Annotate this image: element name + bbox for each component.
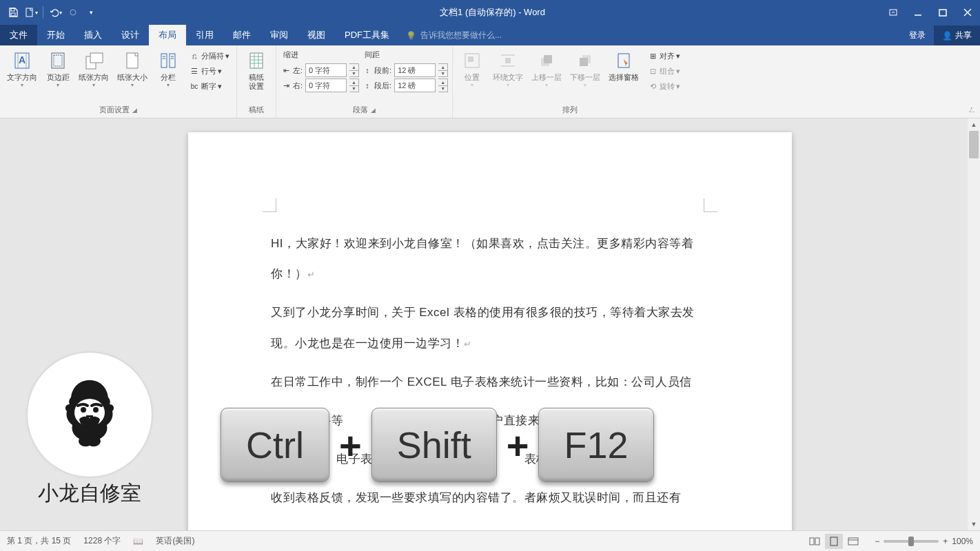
- tab-pdf[interactable]: PDF工具集: [335, 25, 399, 45]
- forward-icon: [535, 50, 558, 72]
- scroll-thumb[interactable]: [969, 131, 979, 158]
- spin-up[interactable]: ▲: [438, 64, 447, 71]
- wrap-text-button[interactable]: 环绕文字▾: [490, 48, 526, 90]
- svg-rect-14: [90, 53, 103, 63]
- scroll-track[interactable]: [968, 131, 980, 518]
- group-arrange: 位置▾ 环绕文字▾ 上移一层▾ 下移一层▾ 选择窗格 ⊞对齐 ▾ ⊡组合 ▾: [453, 45, 687, 118]
- login-button[interactable]: 登录: [901, 25, 934, 45]
- svg-rect-25: [505, 58, 511, 63]
- svg-rect-39: [830, 537, 837, 545]
- tab-review[interactable]: 审阅: [261, 25, 298, 45]
- zoom-level[interactable]: 100%: [952, 537, 973, 546]
- spacing-after-field[interactable]: ↕段后: 12 磅 ▲▼: [362, 78, 448, 93]
- word-count[interactable]: 1228 个字: [83, 535, 121, 547]
- tab-file[interactable]: 文件: [0, 25, 37, 45]
- undo-icon[interactable]: ▾: [48, 5, 63, 20]
- ribbon-options-icon[interactable]: [881, 0, 906, 25]
- align-button[interactable]: ⊞对齐 ▾: [644, 48, 683, 63]
- new-file-icon[interactable]: ▾: [23, 5, 39, 20]
- read-mode-button[interactable]: [806, 534, 824, 549]
- rotate-button[interactable]: ⟲旋转 ▾: [644, 79, 683, 94]
- tab-references[interactable]: 引用: [186, 25, 223, 45]
- page-count[interactable]: 第 1 页，共 15 页: [7, 535, 71, 547]
- tab-home[interactable]: 开始: [37, 25, 74, 45]
- svg-rect-6: [939, 10, 946, 16]
- spell-check-icon[interactable]: 📖: [133, 537, 143, 546]
- indent-left-field[interactable]: ⇤左: 0 字符 ▲▼: [280, 63, 359, 78]
- svg-rect-32: [618, 54, 629, 67]
- spin-down[interactable]: ▼: [349, 86, 358, 92]
- spin-down[interactable]: ▼: [349, 71, 358, 77]
- tab-mail[interactable]: 邮件: [223, 25, 261, 45]
- text-direction-button[interactable]: A 文字方向 ▾: [4, 48, 40, 90]
- position-button[interactable]: 位置▾: [457, 48, 487, 90]
- scroll-up-button[interactable]: ▲: [968, 118, 980, 131]
- spin-down[interactable]: ▼: [438, 71, 447, 77]
- send-backward-button[interactable]: 下移一层▾: [567, 48, 603, 90]
- orientation-button[interactable]: 纸张方向 ▾: [76, 48, 112, 90]
- tab-insert[interactable]: 插入: [74, 25, 112, 45]
- save-icon[interactable]: [6, 5, 21, 20]
- key-shift: Shift: [371, 408, 497, 482]
- tab-view[interactable]: 视图: [298, 25, 335, 45]
- zoom-thumb[interactable]: [908, 537, 914, 546]
- draft-icon: [245, 50, 267, 72]
- bulb-icon: 💡: [406, 31, 416, 41]
- page-setup-launcher[interactable]: ◢: [132, 107, 137, 114]
- margins-button[interactable]: 页边距 ▾: [43, 48, 73, 90]
- maximize-button[interactable]: [930, 0, 955, 25]
- hyphenation-button[interactable]: bc 断字 ▾: [186, 79, 232, 94]
- zoom-out-button[interactable]: −: [875, 537, 879, 546]
- svg-rect-12: [54, 55, 62, 66]
- redo-icon[interactable]: [65, 5, 81, 20]
- spin-up[interactable]: ▲: [349, 64, 358, 71]
- svg-rect-31: [580, 58, 588, 66]
- print-layout-button[interactable]: [825, 534, 843, 549]
- collapse-ribbon-button[interactable]: ㄥ: [968, 105, 976, 115]
- breaks-button[interactable]: ⎌分隔符 ▾: [186, 48, 232, 63]
- vertical-scrollbar[interactable]: ▲ ▼: [968, 118, 980, 530]
- draft-settings-button[interactable]: 稿纸 设置: [241, 48, 272, 92]
- spacing-before-field[interactable]: ↕段前: 12 磅 ▲▼: [362, 63, 448, 78]
- columns-button[interactable]: 分栏 ▾: [153, 48, 183, 90]
- group-icon: ⊡: [647, 65, 658, 76]
- web-layout-button[interactable]: [844, 534, 862, 549]
- hyphen-icon: bc: [189, 81, 200, 92]
- selection-pane-button[interactable]: 选择窗格: [606, 48, 642, 83]
- spin-up[interactable]: ▲: [438, 79, 447, 86]
- spin-up[interactable]: ▲: [349, 79, 358, 86]
- close-button[interactable]: [955, 0, 980, 25]
- breaks-icon: ⎌: [189, 50, 200, 61]
- language-status[interactable]: 英语(美国): [156, 535, 194, 547]
- text-direction-icon: A: [11, 50, 33, 72]
- spin-down[interactable]: ▼: [438, 86, 447, 92]
- bring-forward-button[interactable]: 上移一层▾: [529, 48, 564, 90]
- tell-me-search[interactable]: 💡告诉我您想要做什么...: [399, 25, 509, 45]
- svg-rect-2: [26, 8, 32, 17]
- zoom-in-button[interactable]: +: [943, 537, 948, 546]
- zoom-slider[interactable]: [884, 540, 939, 543]
- minimize-button[interactable]: [906, 0, 930, 25]
- svg-rect-37: [810, 538, 814, 545]
- group-button[interactable]: ⊡组合 ▾: [644, 63, 683, 79]
- tab-layout[interactable]: 布局: [149, 25, 186, 45]
- scroll-down-button[interactable]: ▼: [968, 518, 980, 530]
- svg-rect-29: [544, 55, 552, 63]
- rotate-icon: ⟲: [647, 81, 658, 92]
- svg-rect-24: [468, 56, 473, 62]
- qat-more-icon[interactable]: ▾: [83, 5, 99, 20]
- tab-design[interactable]: 设计: [112, 25, 149, 45]
- plus-icon: +: [507, 423, 529, 468]
- line-numbers-button[interactable]: ☰行号 ▾: [186, 63, 232, 79]
- paper-size-button[interactable]: 纸张大小 ▾: [114, 48, 150, 90]
- position-icon: [461, 50, 483, 72]
- wrap-icon: [497, 50, 519, 72]
- paragraph-launcher[interactable]: ◢: [371, 107, 376, 114]
- window-title: 文档1 (自动保存的) - Word: [104, 6, 881, 19]
- key-f12: F12: [538, 408, 653, 482]
- quick-access-toolbar: ▾ ▾ ▾: [0, 5, 104, 20]
- share-icon: 👤: [942, 31, 952, 41]
- columns-icon: [157, 50, 179, 72]
- indent-right-field[interactable]: ⇥右: 0 字符 ▲▼: [280, 78, 359, 93]
- share-button[interactable]: 👤共享: [934, 25, 980, 45]
